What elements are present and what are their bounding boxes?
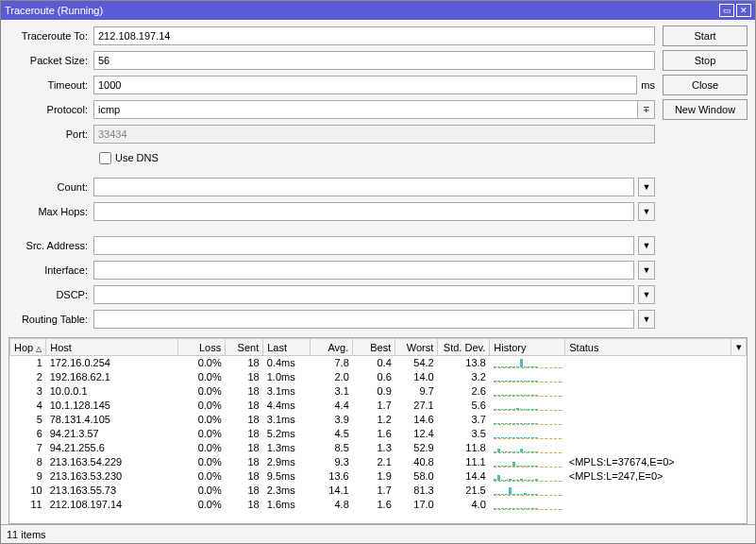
button-panel: Start Stop Close New Window <box>663 26 748 333</box>
timeout-input[interactable] <box>93 76 637 94</box>
traceroute-window: Traceroute (Running) ▭ ✕ Traceroute To: … <box>0 0 756 544</box>
history-sparkline <box>490 413 565 427</box>
max-hops-label: Max Hops: <box>8 206 93 217</box>
history-sparkline <box>490 484 565 498</box>
use-dns-checkbox[interactable] <box>99 152 111 164</box>
timeout-label: Timeout: <box>8 79 93 91</box>
history-sparkline <box>490 455 565 469</box>
table-row[interactable]: 9213.163.53.2300.0%189.5ms13.61.958.014.… <box>10 469 747 484</box>
table-row[interactable]: 10213.163.55.730.0%182.3ms14.11.781.321.… <box>10 484 747 498</box>
interface-label: Interface: <box>8 264 93 276</box>
col-stddev[interactable]: Std. Dev. <box>438 339 490 356</box>
item-count: 11 items <box>7 529 46 540</box>
count-label: Count: <box>8 181 93 193</box>
traceroute-to-input[interactable] <box>93 26 655 45</box>
history-sparkline <box>490 498 565 512</box>
col-host[interactable]: Host <box>46 339 178 356</box>
col-best[interactable]: Best <box>353 339 395 356</box>
col-menu-icon[interactable]: ▾ <box>731 339 747 356</box>
results-table-area[interactable]: Hop △ Host Loss Sent Last Avg. Best Wors… <box>8 337 748 524</box>
routing-table-expand-icon[interactable]: ▼ <box>638 310 655 329</box>
col-sent[interactable]: Sent <box>226 339 263 356</box>
table-header-row: Hop △ Host Loss Sent Last Avg. Best Wors… <box>10 339 747 356</box>
dscp-expand-icon[interactable]: ▼ <box>638 285 655 304</box>
packet-size-input[interactable] <box>93 51 655 70</box>
port-label: Port: <box>8 128 93 140</box>
col-history[interactable]: History <box>490 339 565 356</box>
col-status[interactable]: Status <box>565 339 731 356</box>
status-bar: 11 items <box>1 524 755 543</box>
max-hops-expand-icon[interactable]: ▼ <box>638 202 655 221</box>
history-sparkline <box>490 399 565 413</box>
use-dns-label: Use DNS <box>115 152 159 163</box>
src-address-input[interactable] <box>93 236 634 255</box>
protocol-dropdown-icon[interactable]: ∓ <box>638 100 655 119</box>
src-address-expand-icon[interactable]: ▼ <box>638 236 655 255</box>
history-sparkline <box>490 356 565 370</box>
form-left: Traceroute To: Packet Size: Timeout: ms … <box>8 26 655 333</box>
count-input[interactable] <box>93 178 634 196</box>
port-input <box>93 125 655 144</box>
titlebar-buttons: ▭ ✕ <box>719 4 751 17</box>
close-button[interactable]: Close <box>663 75 748 95</box>
traceroute-to-label: Traceroute To: <box>8 30 93 42</box>
protocol-input[interactable] <box>93 100 638 119</box>
window-title: Traceroute (Running) <box>5 5 719 16</box>
table-row[interactable]: 694.21.3.570.0%185.2ms4.51.612.43.5 <box>10 427 747 441</box>
table-row[interactable]: 1172.16.0.2540.0%180.4ms7.80.454.213.8 <box>10 356 747 370</box>
count-expand-icon[interactable]: ▼ <box>638 178 655 196</box>
dscp-label: DSCP: <box>8 289 93 300</box>
interface-input[interactable] <box>93 261 634 280</box>
table-row[interactable]: 8213.163.54.2290.0%182.9ms9.32.140.811.1… <box>10 455 747 469</box>
src-address-label: Src. Address: <box>8 240 93 251</box>
routing-table-input[interactable] <box>93 310 634 329</box>
minimize-icon[interactable]: ▭ <box>719 4 734 17</box>
interface-expand-icon[interactable]: ▼ <box>638 261 655 280</box>
history-sparkline <box>490 441 565 455</box>
table-row[interactable]: 310.0.0.10.0%183.1ms3.10.99.72.6 <box>10 384 747 399</box>
timeout-suffix: ms <box>641 79 655 91</box>
table-row[interactable]: 578.131.4.1050.0%183.1ms3.91.214.63.7 <box>10 413 747 427</box>
max-hops-input[interactable] <box>93 202 634 221</box>
history-sparkline <box>490 427 565 441</box>
history-sparkline <box>490 384 565 399</box>
col-avg[interactable]: Avg. <box>311 339 353 356</box>
table-row[interactable]: 410.1.128.1450.0%184.4ms4.41.727.15.6 <box>10 399 747 413</box>
form-area: Traceroute To: Packet Size: Timeout: ms … <box>8 26 748 333</box>
start-button[interactable]: Start <box>663 26 748 46</box>
table-row[interactable]: 794.21.255.60.0%181.3ms8.51.352.911.8 <box>10 441 747 455</box>
protocol-label: Protocol: <box>8 104 93 115</box>
table-row[interactable]: 2192.168.62.10.0%181.0ms2.00.614.03.2 <box>10 370 747 384</box>
dscp-input[interactable] <box>93 285 634 304</box>
results-table: Hop △ Host Loss Sent Last Avg. Best Wors… <box>9 338 747 512</box>
history-sparkline <box>490 469 565 484</box>
stop-button[interactable]: Stop <box>663 50 748 71</box>
content-area: Traceroute To: Packet Size: Timeout: ms … <box>1 20 755 524</box>
col-hop[interactable]: Hop △ <box>10 339 46 356</box>
history-sparkline <box>490 370 565 384</box>
col-loss[interactable]: Loss <box>178 339 226 356</box>
close-icon[interactable]: ✕ <box>736 4 751 17</box>
packet-size-label: Packet Size: <box>8 55 93 66</box>
col-worst[interactable]: Worst <box>395 339 438 356</box>
titlebar: Traceroute (Running) ▭ ✕ <box>1 1 755 20</box>
col-last[interactable]: Last <box>263 339 311 356</box>
table-row[interactable]: 11212.108.197.140.0%181.6ms4.81.617.04.0 <box>10 498 747 512</box>
new-window-button[interactable]: New Window <box>663 99 748 120</box>
routing-table-label: Routing Table: <box>8 314 93 325</box>
